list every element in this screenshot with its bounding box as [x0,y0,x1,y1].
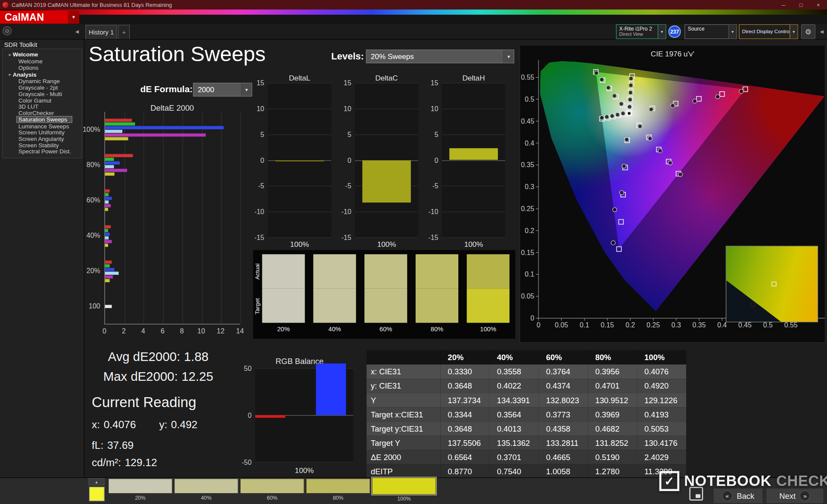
sidebar-item-3d-lut[interactable]: 3D LUT [3,103,82,110]
deltae-xlabels: 02468101214 [98,327,251,334]
table-cell: 135.1362 [490,436,539,450]
sidebar-item-welcome[interactable]: Welcome [3,58,82,65]
sidebar-item-screen-angularity[interactable]: Screen Angularity [3,136,82,142]
meter-name: X-Rite i1Pro 2 [619,26,655,31]
sidebar-item-options[interactable]: Options [3,64,82,71]
minimize-icon[interactable]: ─ [775,0,792,9]
table-cell: 1.2780 [588,464,637,479]
sidebar-collapse-icon[interactable]: ◀ [73,27,81,36]
measured-point-red [693,99,697,103]
y-tick-label: -15 [341,233,351,241]
thumbnail-toggle-icon[interactable] [689,487,703,501]
gridline [442,212,505,212]
next-button[interactable]: Next » [766,488,824,504]
tree-group-analysis[interactable]: ▸Analysis [3,71,82,78]
gridline [355,237,418,238]
target-label: Target [254,290,261,323]
table-cell: 0.4682 [588,421,637,436]
maximize-icon[interactable]: □ [792,0,809,9]
measured-point-blue [612,208,617,212]
x-tick-label: 0.45 [738,321,752,329]
cd-value: 129.12 [125,457,157,468]
gridline [268,83,331,83]
actual-swatch [467,254,510,289]
settings-gear-icon[interactable]: ⚙ [801,24,815,39]
source-info: Source [685,25,728,39]
source-dropdown[interactable]: Source ▼ [684,24,737,39]
max-value: 12.25 [181,369,213,383]
tab-history-1[interactable]: History 1 [85,25,117,39]
table-cell: 0.6564 [440,450,489,464]
measured-point-cyan [610,114,614,118]
y-tick-label: 5 [261,131,264,138]
pin-button[interactable]: ⊙ [3,26,12,35]
x-tick-label: 12 [214,327,227,335]
swatch-label: 100% [372,496,436,501]
actual-swatch [416,254,458,289]
tab-add-button[interactable]: + [118,25,130,39]
filmstrip-swatch-80[interactable]: 80% [306,479,370,501]
table-cell: 137.3734 [440,393,489,407]
filmstrip-collapse-icon[interactable]: ▲ [89,479,105,485]
next-chevron-icon: » [800,491,810,501]
bar-red [105,119,132,122]
close-icon[interactable]: × [810,0,827,9]
sidebar-item-screen-stability[interactable]: Screen Stability [3,142,82,148]
swatch-column-20: 20% [262,254,305,333]
cd-label: cd/m²: [92,457,121,468]
measured-point-green [619,102,624,106]
gridline [355,212,418,212]
filmstrip-swatch-60[interactable]: 60% [240,479,304,501]
filmstrip-swatch-100[interactable]: 100% [372,479,436,502]
table-cell: 0.4193 [637,407,686,421]
tree-group-welcome[interactable]: ▸Welcome [3,51,82,58]
display-control-dropdown[interactable]: Direct Display Control ▼ [739,24,798,39]
sidebar-item-screen-uniformity[interactable]: Screen Uniformity [3,129,82,136]
table-row-label: dEITP [367,464,440,479]
levels-dropdown[interactable]: 20% Sweeps ▼ [366,50,514,63]
de-formula-dropdown[interactable]: 2000 ▼ [193,83,252,96]
de-formula-label: dE Formula: [140,84,193,95]
title-bar: CalMAN 2019 CalMAN Ultimate for Business… [0,0,827,9]
avg-de2000: Avg dE2000:1.88 [90,349,227,364]
bar-green [105,158,114,161]
window-title: CalMAN 2019 CalMAN Ultimate for Business… [12,2,172,8]
toolbar-collapse-icon[interactable]: ◀ [818,24,826,39]
table-cell: 0.4701 [588,379,637,393]
table-cell: 134.3391 [490,393,539,407]
back-button[interactable]: « Back [713,488,763,504]
y-tick-label: 0.5 [525,96,534,103]
expand-icon: ▸ [9,52,11,57]
measured-point-magenta [668,161,672,165]
table-cell: 0.8770 [440,464,489,479]
chevron-down-icon: ▼ [503,50,513,62]
sidebar-item-spectral-power-dist[interactable]: Spectral Power Dist. [3,148,82,155]
y-tick-label: -10 [429,208,438,216]
sidebar-item-dynamic-range[interactable]: Dynamic Range [3,78,82,84]
x-tick-label: 0.15 [601,321,614,329]
calman-logo-menu[interactable]: CalMAN ▼ [0,10,79,24]
meter-info: X-Rite i1Pro 2 Direct View [616,25,658,39]
table-header-cell: 80% [588,350,637,364]
deltac-xlabel: 100% [355,240,418,249]
gridline [268,212,331,212]
sidebar-item-colorchecker[interactable]: ColorChecker [3,110,82,116]
measured-point-yellow [628,105,632,109]
sidebar-item-grayscale-2pt[interactable]: Grayscale - 2pt [3,84,82,91]
y-tick-label: 15 [257,79,264,87]
meter-dropdown[interactable]: X-Rite i1Pro 2 Direct View ▼ [616,24,666,39]
sidebar-item-saturation-sweeps[interactable]: Saturation Sweeps [16,116,72,123]
filmstrip-swatch-20[interactable]: 20% [108,479,172,501]
bar-magenta [105,169,127,172]
filmstrip-swatch-40[interactable]: 40% [174,479,238,501]
gridline [268,109,331,109]
sidebar-item-grayscale-multi[interactable]: Grayscale - Multi [3,91,82,97]
display-control-label: Direct Display Control [742,28,787,34]
sidebar-item-color-gamut[interactable]: Color Gamut [3,97,82,103]
meter-count-badge[interactable]: 237 [668,25,681,38]
y-tick-label: 0.55 [521,74,534,81]
measured-point-green [600,78,604,82]
swatch-column-80: 80% [416,254,458,333]
y-tick-label: 15 [344,79,351,87]
sidebar-item-luminance-sweeps[interactable]: Luminance Sweeps [3,123,82,129]
